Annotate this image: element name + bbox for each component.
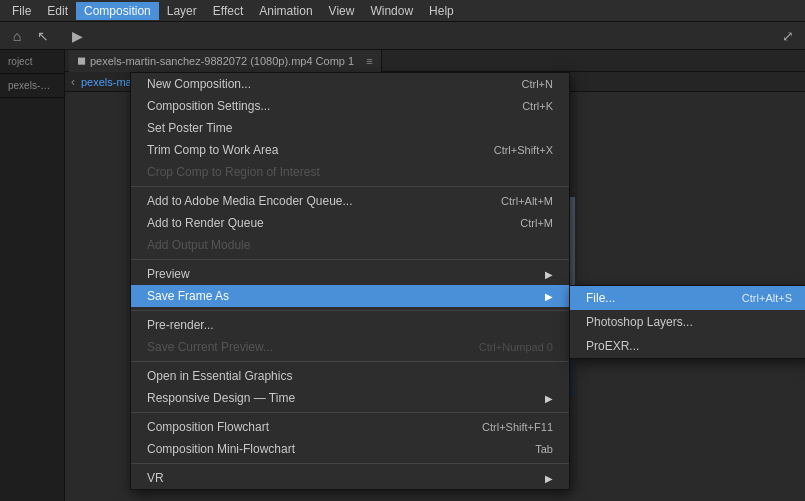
separator-6 [131, 463, 569, 464]
separator-2 [131, 259, 569, 260]
separator-1 [131, 186, 569, 187]
menu-layer[interactable]: Layer [159, 2, 205, 20]
submenu-photoshop[interactable]: Photoshop Layers... [570, 310, 805, 334]
file-section: pexels-mart [0, 74, 64, 98]
menu-trim-comp[interactable]: Trim Comp to Work Area Ctrl+Shift+X [131, 139, 569, 161]
vr-arrow: ▶ [525, 473, 553, 484]
menu-window[interactable]: Window [362, 2, 421, 20]
main-area: roject pexels-mart ◼ pexels-martin-sanch… [0, 50, 805, 501]
menu-responsive-design[interactable]: Responsive Design — Time ▶ [131, 387, 569, 409]
composition-dropdown: New Composition... Ctrl+N Composition Se… [130, 72, 570, 490]
submenu-proexr[interactable]: ProEXR... [570, 334, 805, 358]
home-button[interactable]: ⌂ [6, 25, 28, 47]
menu-save-frame[interactable]: Save Frame As ▶ File... Ctrl+Alt+S Photo… [131, 285, 569, 307]
menu-edit[interactable]: Edit [39, 2, 76, 20]
separator-4 [131, 361, 569, 362]
menu-add-output: Add Output Module [131, 234, 569, 256]
separator-5 [131, 412, 569, 413]
cursor-button[interactable]: ↖ [32, 25, 54, 47]
menu-add-render[interactable]: Add to Render Queue Ctrl+M [131, 212, 569, 234]
menu-comp-mini-flowchart[interactable]: Composition Mini-Flowchart Tab [131, 438, 569, 460]
preview-arrow: ▶ [525, 269, 553, 280]
menu-preview[interactable]: Preview ▶ [131, 263, 569, 285]
comp-tabbar: ◼ pexels-martin-sanchez-9882072 (1080p).… [65, 50, 805, 72]
menu-composition-settings[interactable]: Composition Settings... Ctrl+K [131, 95, 569, 117]
project-label: roject [4, 54, 60, 69]
center-area: ◼ pexels-martin-sanchez-9882072 (1080p).… [65, 50, 805, 501]
play-button[interactable]: ▶ [66, 25, 88, 47]
menu-pre-render[interactable]: Pre-render... [131, 314, 569, 336]
comp-tab-title: pexels-martin-sanchez-9882072 (1080p).mp… [90, 55, 354, 67]
menu-set-poster-time[interactable]: Set Poster Time [131, 117, 569, 139]
save-frame-submenu: File... Ctrl+Alt+S Photoshop Layers... P… [569, 285, 805, 359]
responsive-arrow: ▶ [525, 393, 553, 404]
toolbar: ⌂ ↖ ▶ ⤢ [0, 22, 805, 50]
submenu-file[interactable]: File... Ctrl+Alt+S [570, 286, 805, 310]
left-panel: roject pexels-mart [0, 50, 65, 501]
menu-crop-comp: Crop Comp to Region of Interest [131, 161, 569, 183]
file-label: pexels-mart [4, 78, 60, 93]
expand-button[interactable]: ⤢ [777, 25, 799, 47]
save-frame-arrow: ▶ [525, 291, 553, 302]
nav-arrow-left[interactable]: ‹ [71, 75, 75, 89]
menu-comp-flowchart[interactable]: Composition Flowchart Ctrl+Shift+F11 [131, 416, 569, 438]
menu-save-preview: Save Current Preview... Ctrl+Numpad 0 [131, 336, 569, 358]
menu-new-composition[interactable]: New Composition... Ctrl+N [131, 73, 569, 95]
menu-view[interactable]: View [321, 2, 363, 20]
comp-menu-icon[interactable]: ≡ [366, 55, 372, 67]
menu-file[interactable]: File [4, 2, 39, 20]
menubar: File Edit Composition Layer Effect Anima… [0, 0, 805, 22]
menu-composition[interactable]: Composition [76, 2, 159, 20]
project-section: roject [0, 50, 64, 74]
menu-vr[interactable]: VR ▶ [131, 467, 569, 489]
menu-help[interactable]: Help [421, 2, 462, 20]
menu-open-essential[interactable]: Open in Essential Graphics [131, 365, 569, 387]
menu-effect[interactable]: Effect [205, 2, 251, 20]
menu-animation[interactable]: Animation [251, 2, 320, 20]
comp-tab[interactable]: ◼ pexels-martin-sanchez-9882072 (1080p).… [69, 50, 382, 72]
menu-add-encoder[interactable]: Add to Adobe Media Encoder Queue... Ctrl… [131, 190, 569, 212]
separator-3 [131, 310, 569, 311]
comp-tab-icon: ◼ [77, 54, 86, 67]
